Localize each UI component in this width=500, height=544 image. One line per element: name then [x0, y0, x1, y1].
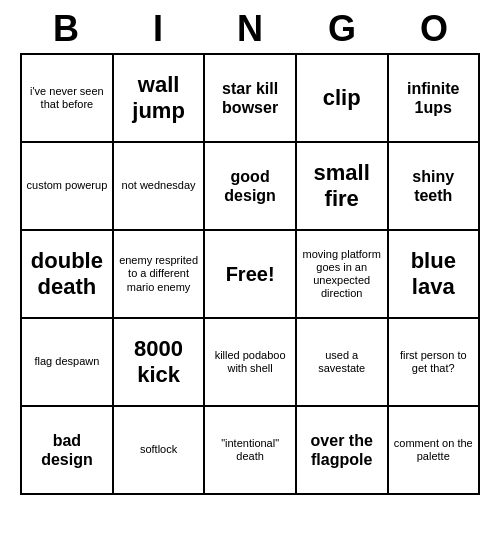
cell-2-4: blue lava [388, 230, 479, 318]
cell-3-2: killed podaboo with shell [204, 318, 296, 406]
cell-3-3: used a savestate [296, 318, 388, 406]
cell-1-3: small fire [296, 142, 388, 230]
grid-row-2: double deathenemy resprited to a differe… [21, 230, 479, 318]
grid-row-1: custom powerupnot wednesdaygood designsm… [21, 142, 479, 230]
cell-4-3: over the flagpole [296, 406, 388, 494]
bingo-grid: i've never seen that beforewall jumpstar… [20, 54, 480, 495]
grid-row-3: flag despawn8000 kickkilled podaboo with… [21, 318, 479, 406]
cell-0-1: wall jump [113, 54, 205, 142]
cell-0-4: infinite 1ups [388, 54, 479, 142]
cell-4-4: comment on the palette [388, 406, 479, 494]
cell-3-4: first person to get that? [388, 318, 479, 406]
grid-row-0: i've never seen that beforewall jumpstar… [21, 54, 479, 142]
cell-0-3: clip [296, 54, 388, 142]
cell-3-0: flag despawn [21, 318, 113, 406]
cell-2-1: enemy resprited to a different mario ene… [113, 230, 205, 318]
cell-0-0: i've never seen that before [21, 54, 113, 142]
cell-2-3: moving platform goes in an unexpected di… [296, 230, 388, 318]
cell-1-4: shiny teeth [388, 142, 479, 230]
grid-row-4: bad designsoftlock"intentional" deathove… [21, 406, 479, 494]
cell-1-2: good design [204, 142, 296, 230]
bingo-letter-i: I [112, 8, 204, 50]
bingo-letter-o: O [388, 8, 480, 50]
cell-2-0: double death [21, 230, 113, 318]
cell-4-2: "intentional" death [204, 406, 296, 494]
cell-1-0: custom powerup [21, 142, 113, 230]
bingo-letter-n: N [204, 8, 296, 50]
cell-4-0: bad design [21, 406, 113, 494]
cell-2-2: Free! [204, 230, 296, 318]
cell-1-1: not wednesday [113, 142, 205, 230]
bingo-letter-b: B [20, 8, 112, 50]
cell-4-1: softlock [113, 406, 205, 494]
bingo-letter-g: G [296, 8, 388, 50]
cell-3-1: 8000 kick [113, 318, 205, 406]
bingo-header: BINGO [20, 8, 480, 50]
cell-0-2: star kill bowser [204, 54, 296, 142]
